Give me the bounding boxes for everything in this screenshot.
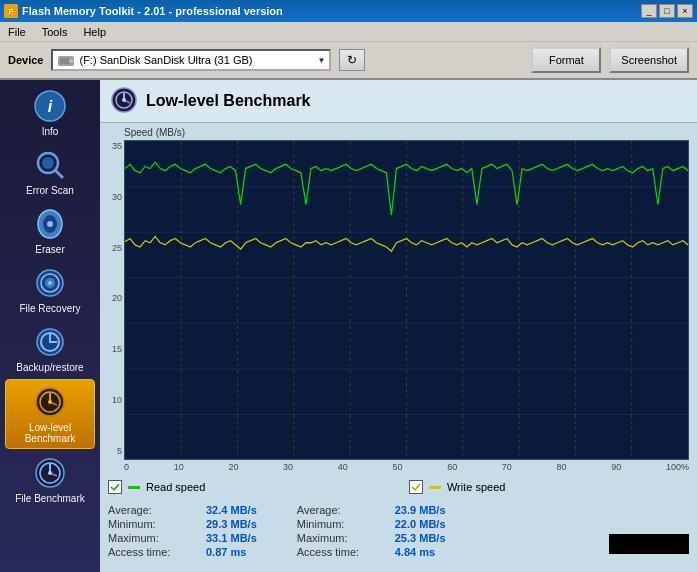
app-title: Flash Memory Toolkit - 2.01 - profession… [22,5,283,17]
sidebar-label-backup-restore: Backup/restore [16,362,83,373]
title-bar: F Flash Memory Toolkit - 2.01 - professi… [0,0,697,22]
sidebar-item-info[interactable]: i Info [5,84,95,141]
menu-bar: File Tools Help [0,22,697,42]
write-minimum-label: Minimum: [297,518,387,530]
benchmark-chart [124,140,689,460]
dropdown-arrow-icon: ▼ [318,56,326,65]
svg-point-16 [48,281,52,285]
device-text: (F:) SanDisk SanDisk Ultra (31 GB) [79,54,317,66]
write-average-value: 23.9 MB/s [395,504,446,516]
read-minimum-value: 29.3 MB/s [206,518,257,530]
low-level-benchmark-icon [32,384,68,420]
sidebar-label-file-benchmark: File Benchmark [15,493,84,504]
sidebar-item-low-level-benchmark[interactable]: Low-level Benchmark [5,379,95,449]
write-maximum-row: Maximum: 25.3 MB/s [297,532,446,544]
device-dropdown[interactable]: (F:) SanDisk SanDisk Ultra (31 GB) ▼ [51,49,331,71]
sidebar-label-file-recovery: File Recovery [19,303,80,314]
sidebar-item-error-scan[interactable]: Error Scan [5,143,95,200]
write-maximum-value: 25.3 MB/s [395,532,446,544]
read-access-time-label: Access time: [108,546,198,558]
write-access-time-row: Access time: 4.84 ms [297,546,446,558]
svg-text:i: i [48,98,53,115]
write-speed-checkbox[interactable] [409,480,423,494]
read-speed-label: Read speed [146,481,205,493]
write-minimum-value: 22.0 MB/s [395,518,446,530]
close-button[interactable]: × [677,4,693,18]
content-header: Low-level Benchmark [100,80,697,123]
maximize-button[interactable]: □ [659,4,675,18]
write-maximum-label: Maximum: [297,532,387,544]
window-controls: _ □ × [641,4,693,18]
y-axis-title: Speed (MB/s) [124,127,689,138]
write-average-label: Average: [297,504,387,516]
chart-legend: Read speed Write speed [100,474,697,500]
menu-tools[interactable]: Tools [38,25,72,39]
menu-help[interactable]: Help [79,25,110,39]
read-average-value: 32.4 MB/s [206,504,257,516]
sidebar-item-file-benchmark[interactable]: File Benchmark [5,451,95,508]
read-speed-checkbox[interactable] [108,480,122,494]
format-button[interactable]: Format [531,47,601,73]
refresh-button[interactable]: ↻ [339,49,365,71]
svg-point-23 [48,400,52,404]
svg-point-9 [42,157,54,169]
sidebar-label-low-level-benchmark: Low-level Benchmark [8,422,92,444]
sidebar-label-error-scan: Error Scan [26,185,74,196]
backup-restore-icon [32,324,68,360]
eraser-icon [32,206,68,242]
screenshot-button[interactable]: Screenshot [609,47,689,73]
write-average-row: Average: 23.9 MB/s [297,504,446,516]
content-title: Low-level Benchmark [146,92,311,110]
read-speed-legend: Read speed [108,480,205,494]
svg-line-8 [55,170,63,178]
stats-area: Average: 32.4 MB/s Minimum: 29.3 MB/s Ma… [100,500,697,562]
error-scan-icon [32,147,68,183]
sidebar-item-file-recovery[interactable]: File Recovery [5,261,95,318]
svg-point-4 [69,59,73,63]
chart-section: 35 30 25 20 15 10 5 Speed (MB/s) [100,123,697,474]
write-access-time-label: Access time: [297,546,387,558]
sidebar-label-eraser: Eraser [35,244,64,255]
write-stats: Average: 23.9 MB/s Minimum: 22.0 MB/s Ma… [297,504,446,558]
x-axis-labels: 0 10 20 30 40 50 60 70 80 90 100% [124,460,689,474]
write-speed-label: Write speed [447,481,506,493]
read-maximum-label: Maximum: [108,532,198,544]
chart-svg [125,141,688,459]
chart-with-axis: Speed (MB/s) [124,127,689,474]
read-average-label: Average: [108,504,198,516]
write-speed-legend: Write speed [409,480,506,494]
read-minimum-row: Minimum: 29.3 MB/s [108,518,257,530]
y-axis-labels: 35 30 25 20 15 10 5 [104,127,124,474]
info-icon: i [32,88,68,124]
menu-file[interactable]: File [4,25,30,39]
device-bar: Device (F:) SanDisk SanDisk Ultra (31 GB… [0,42,697,80]
write-access-time-value: 4.84 ms [395,546,435,558]
content-title-icon [110,86,138,116]
device-label: Device [8,54,43,66]
read-minimum-label: Minimum: [108,518,198,530]
svg-point-33 [122,98,126,102]
svg-point-12 [47,221,53,227]
title-bar-left: F Flash Memory Toolkit - 2.01 - professi… [4,4,283,18]
main-area: i Info Error Scan [0,80,697,572]
sidebar-item-backup-restore[interactable]: Backup/restore [5,320,95,377]
read-access-time-row: Access time: 0.87 ms [108,546,257,558]
svg-point-28 [48,471,52,475]
sidebar: i Info Error Scan [0,80,100,572]
minimize-button[interactable]: _ [641,4,657,18]
app-icon: F [4,4,18,18]
content-area: Low-level Benchmark 35 30 25 20 15 10 5 … [100,80,697,572]
read-maximum-row: Maximum: 33.1 MB/s [108,532,257,544]
sidebar-label-info: Info [42,126,59,137]
read-average-row: Average: 32.4 MB/s [108,504,257,516]
file-benchmark-icon [32,455,68,491]
redacted-area [609,534,689,554]
write-minimum-row: Minimum: 22.0 MB/s [297,518,446,530]
read-access-time-value: 0.87 ms [206,546,246,558]
sidebar-item-eraser[interactable]: Eraser [5,202,95,259]
read-stats: Average: 32.4 MB/s Minimum: 29.3 MB/s Ma… [108,504,257,558]
svg-rect-3 [60,58,70,64]
read-maximum-value: 33.1 MB/s [206,532,257,544]
file-recovery-icon [32,265,68,301]
svg-text:F: F [9,7,14,16]
